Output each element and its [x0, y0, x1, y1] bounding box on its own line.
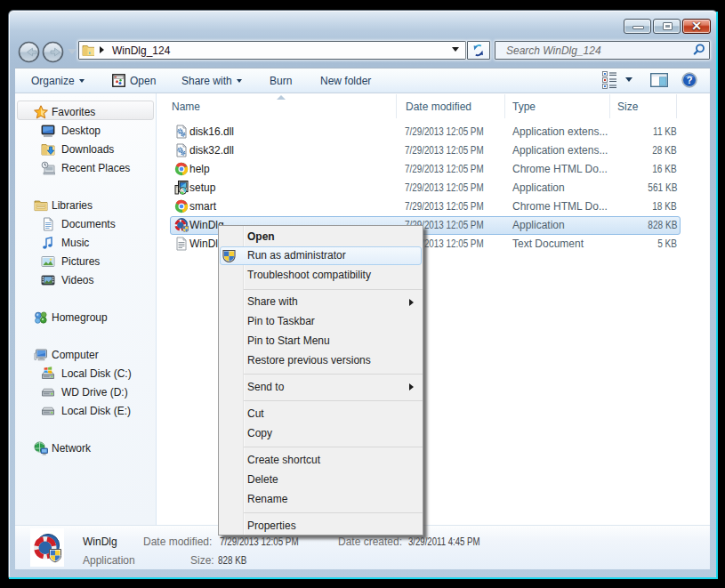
svg-text:?: ?: [687, 75, 693, 85]
